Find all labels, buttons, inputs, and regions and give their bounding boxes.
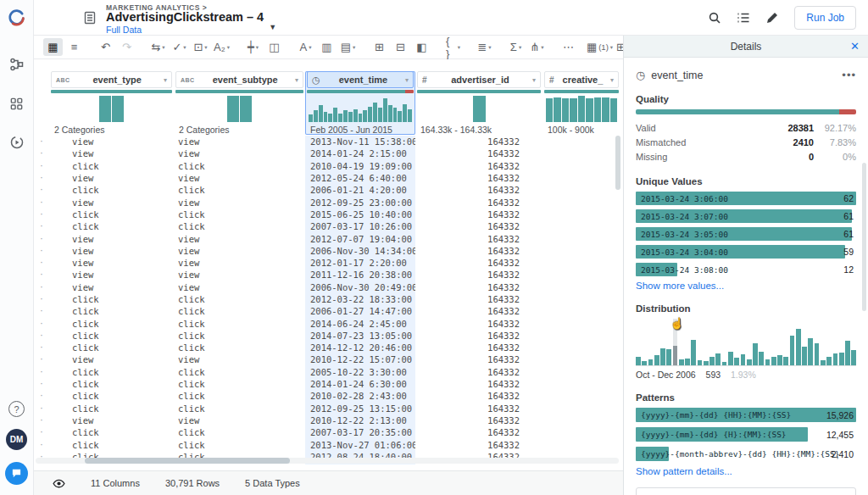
cell-advertiser_id[interactable]: 164332 bbox=[415, 209, 542, 220]
distribution-bar[interactable] bbox=[802, 347, 807, 365]
distribution-bar[interactable] bbox=[753, 343, 758, 365]
column-histogram[interactable] bbox=[544, 95, 619, 122]
hist-bar[interactable] bbox=[333, 108, 337, 122]
cell-event_subtype[interactable]: click bbox=[174, 184, 305, 196]
cell-advertiser_id[interactable]: 164332 bbox=[415, 353, 542, 365]
cell-event_subtype[interactable]: click bbox=[174, 403, 305, 414]
cell-event_type[interactable]: click bbox=[49, 184, 174, 196]
hist-bar[interactable] bbox=[328, 114, 332, 122]
object-icon[interactable]: { }▾ bbox=[443, 38, 463, 56]
column-menu-icon[interactable]: ••• bbox=[842, 69, 856, 81]
cell-event_type[interactable]: click bbox=[49, 366, 174, 378]
column-event_type[interactable]: ABCevent_type▾2 Categories bbox=[49, 71, 174, 135]
cell-event_type[interactable]: view bbox=[49, 353, 174, 365]
hist-bar[interactable] bbox=[240, 96, 252, 122]
hist-bar[interactable] bbox=[403, 104, 407, 122]
distribution-bar[interactable] bbox=[790, 336, 795, 365]
redo-icon[interactable]: ↷ bbox=[117, 38, 136, 56]
cell-creative_[interactable] bbox=[542, 257, 620, 269]
cell-event_time[interactable]: 2013-Nov-27 01:06:00 bbox=[305, 438, 415, 450]
cell-event_time[interactable]: 2012-09-25 23:00:00 bbox=[305, 196, 415, 208]
pattern-row[interactable]: {yyyy}-{mm}-{dd} {H}:{MM}:{SS}12,455 bbox=[636, 427, 856, 442]
hist-bar[interactable] bbox=[373, 103, 377, 122]
hist-bar[interactable] bbox=[393, 108, 398, 122]
cell-event_time[interactable]: 2012-07-07 19:04:00 bbox=[305, 232, 415, 244]
distribution-bar[interactable] bbox=[777, 355, 782, 365]
cell-creative_[interactable] bbox=[542, 196, 620, 208]
cell-advertiser_id[interactable]: 164332 bbox=[415, 378, 542, 390]
distribution-bar[interactable] bbox=[833, 353, 838, 365]
cell-event_subtype[interactable]: click bbox=[174, 426, 305, 438]
cell-advertiser_id[interactable]: 164332 bbox=[415, 245, 542, 257]
cell-creative_[interactable] bbox=[542, 220, 620, 232]
cell-event_subtype[interactable]: click bbox=[174, 378, 305, 390]
format-icon[interactable]: A₂▾ bbox=[212, 38, 231, 56]
cell-creative_[interactable] bbox=[542, 184, 620, 196]
cell-creative_[interactable] bbox=[542, 378, 620, 390]
unique-value-row[interactable]: 2015-03-24 3:08:0012 bbox=[636, 263, 856, 276]
cell-creative_[interactable] bbox=[542, 342, 620, 353]
column-quality-bar[interactable] bbox=[307, 90, 414, 93]
table-row[interactable]: ·viewview2010-12-22 15:07:00164332 bbox=[34, 353, 623, 365]
hist-bar[interactable] bbox=[383, 98, 387, 122]
cell-creative_[interactable] bbox=[542, 293, 620, 305]
distribution-bar[interactable] bbox=[715, 353, 721, 365]
standardize-icon[interactable]: ✓▾ bbox=[170, 38, 189, 56]
cell-advertiser_id[interactable]: 164332 bbox=[415, 366, 542, 378]
text-format-icon[interactable]: A▾ bbox=[296, 38, 315, 56]
cell-event_subtype[interactable]: click bbox=[174, 342, 305, 353]
table-row[interactable]: ·clickclick2014-06-24 2:45:00164332 bbox=[34, 317, 623, 329]
distribution-bar[interactable] bbox=[821, 360, 826, 365]
cell-advertiser_id[interactable]: 164332 bbox=[415, 160, 542, 172]
cell-event_subtype[interactable]: click bbox=[174, 305, 305, 317]
distribution-bar[interactable] bbox=[660, 348, 665, 365]
table-row[interactable]: ·clickclick2006-01-27 14:47:00164332 bbox=[34, 305, 623, 317]
hist-bar[interactable] bbox=[324, 112, 328, 122]
table-row[interactable]: ·clickclick2007-03-17 20:35:00164332 bbox=[34, 426, 623, 438]
cell-event_subtype[interactable]: view bbox=[174, 196, 305, 208]
cell-event_type[interactable]: view bbox=[49, 269, 174, 281]
cell-advertiser_id[interactable]: 164332 bbox=[415, 172, 542, 184]
show-more-values-link[interactable]: Show more values... bbox=[636, 281, 856, 291]
full-data-link[interactable]: Full Data bbox=[106, 25, 142, 35]
table-row[interactable]: ·viewview2012-05-24 6:40:00164332 bbox=[34, 172, 623, 184]
column-histogram[interactable] bbox=[51, 95, 172, 122]
cell-event_subtype[interactable]: click bbox=[174, 438, 305, 450]
distribution-bar[interactable] bbox=[728, 352, 733, 366]
distribution-bar[interactable] bbox=[839, 353, 844, 365]
cell-event_time[interactable]: 2010-02-28 2:43:00 bbox=[305, 390, 415, 402]
table-row[interactable]: ·clickclick2014-01-24 6:30:00164332 bbox=[34, 378, 623, 390]
distribution-bar[interactable] bbox=[685, 359, 690, 365]
filter-icon[interactable]: ≣▾ bbox=[475, 38, 494, 56]
hist-bar[interactable] bbox=[554, 97, 560, 122]
cell-event_subtype[interactable]: click bbox=[174, 160, 305, 172]
cell-event_subtype[interactable]: click bbox=[174, 366, 305, 378]
table-row[interactable]: ·clickclick2014-07-23 13:05:00164332 bbox=[34, 330, 623, 342]
cell-event_subtype[interactable]: click bbox=[174, 390, 305, 402]
cell-event_subtype[interactable]: view bbox=[174, 245, 305, 257]
cell-event_time[interactable]: 2013-Nov-11 15:38:00 bbox=[305, 136, 415, 147]
column-event_subtype[interactable]: ABCevent_subtype▾2 Categories bbox=[174, 71, 305, 135]
distribution-bar[interactable] bbox=[808, 338, 813, 365]
page-title[interactable]: AdvertisingClickstream – 4 ▼ bbox=[106, 10, 264, 24]
details-scrollbar-thumb[interactable] bbox=[862, 163, 866, 311]
grid-view-icon[interactable]: ▦ bbox=[43, 38, 63, 56]
cell-event_time[interactable]: 2014-07-23 13:05:00 bbox=[305, 330, 415, 342]
cell-event_type[interactable]: click bbox=[49, 293, 174, 305]
column-menu-caret[interactable]: ▾ bbox=[610, 76, 614, 84]
show-pattern-details-link[interactable]: Show pattern details... bbox=[636, 466, 856, 476]
undo-icon[interactable]: ↶ bbox=[96, 38, 115, 56]
cell-creative_[interactable] bbox=[542, 147, 620, 159]
abc-type-icon[interactable]: ABC bbox=[181, 77, 194, 83]
jobs-icon[interactable] bbox=[7, 132, 27, 153]
cell-advertiser_id[interactable]: 164332 bbox=[415, 342, 542, 353]
distribution-bar[interactable] bbox=[741, 354, 746, 365]
distribution-bar[interactable] bbox=[734, 358, 739, 365]
hist-bar[interactable] bbox=[388, 105, 392, 122]
cell-creative_[interactable] bbox=[542, 426, 620, 438]
unique-value-row[interactable]: 2015-03-24 3:04:0059 bbox=[636, 245, 856, 259]
quality-bar[interactable] bbox=[636, 109, 856, 114]
sample-icon[interactable]: ▦(1)▾ bbox=[590, 38, 609, 56]
cell-advertiser_id[interactable]: 164332 bbox=[415, 184, 542, 196]
cell-creative_[interactable] bbox=[542, 245, 620, 257]
